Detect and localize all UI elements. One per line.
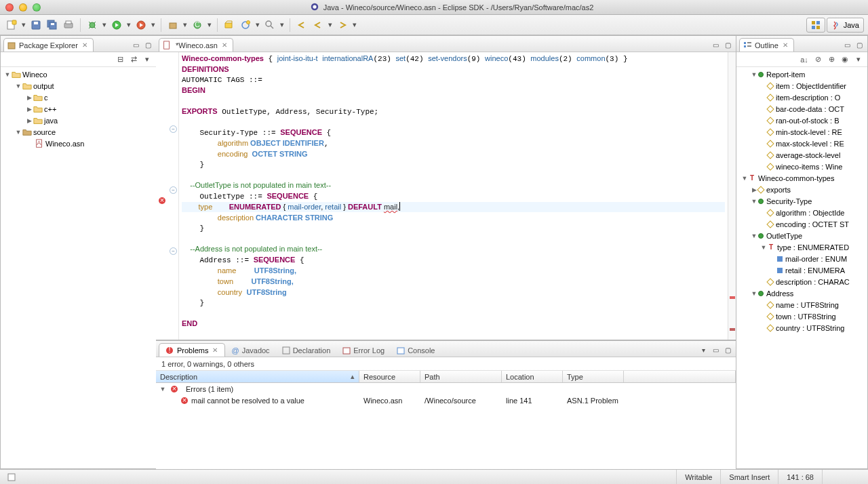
editor-gutter[interactable]: − − × − <box>156 52 179 340</box>
maximize-pane-icon[interactable]: ▢ <box>722 344 733 355</box>
errorlog-tab[interactable]: Error Log <box>336 343 391 357</box>
outline-item[interactable]: wineco-items : Wine <box>736 161 867 172</box>
problem-row[interactable]: × mail cannot be resolved to a value Win… <box>156 395 736 406</box>
disclosure-collapsed-icon[interactable]: ▶ <box>25 94 33 102</box>
new-dropdown[interactable]: ▾ <box>20 20 27 29</box>
overview-ruler[interactable] <box>728 52 736 340</box>
new-package-dropdown[interactable]: ▾ <box>182 20 189 29</box>
close-window-button[interactable] <box>5 3 14 12</box>
save-button[interactable] <box>28 18 43 33</box>
disclosure-expanded-icon[interactable]: ▼ <box>750 197 758 205</box>
code-area[interactable]: Wineco-common-types { joint-iso-itu-t in… <box>179 52 728 340</box>
outline-item[interactable]: ▼Report-item <box>736 68 867 80</box>
col-location[interactable]: Location <box>502 371 563 382</box>
maximize-pane-icon[interactable]: ▢ <box>722 39 733 50</box>
outline-item[interactable]: mail-order : ENUM <box>736 253 867 264</box>
java-perspective-button[interactable]: Java <box>827 18 864 33</box>
external-tools-dropdown[interactable]: ▾ <box>150 20 157 29</box>
sort-icon[interactable]: a↓ <box>798 54 810 66</box>
outline-item[interactable]: name : UTF8String <box>736 299 867 310</box>
outline-tab[interactable]: Outline ✕ <box>739 38 794 52</box>
outline-item[interactable]: ▼Ttype : ENUMERATED <box>736 241 867 253</box>
search-button[interactable] <box>262 18 277 33</box>
col-description[interactable]: Description▴ <box>156 371 359 382</box>
disclosure-expanded-icon[interactable]: ▼ <box>750 289 758 298</box>
filter-icon[interactable]: ⊘ <box>812 54 824 66</box>
debug-button[interactable] <box>85 18 100 33</box>
collapse-all-icon[interactable]: ⊟ <box>114 54 126 66</box>
outline-item[interactable]: retail : ENUMERA <box>736 264 867 276</box>
print-button[interactable] <box>61 18 76 33</box>
view-menu-icon[interactable]: ▾ <box>698 344 709 355</box>
external-tools-button[interactable] <box>134 18 149 33</box>
tree-java-folder[interactable]: ▶ java <box>1 115 156 126</box>
close-icon[interactable]: ✕ <box>211 346 219 354</box>
fold-marker-icon[interactable]: − <box>170 247 177 255</box>
status-icon[interactable] <box>5 471 18 483</box>
disclosure-expanded-icon[interactable]: ▼ <box>741 174 749 182</box>
minimize-pane-icon[interactable]: ▭ <box>130 39 141 50</box>
open-task-button[interactable] <box>238 18 253 33</box>
new-class-dropdown[interactable]: ▾ <box>206 20 213 29</box>
disclosure-collapsed-icon[interactable]: ▶ <box>25 117 33 125</box>
problems-tab[interactable]: ! Problems ✕ <box>159 343 225 357</box>
close-icon[interactable]: ✕ <box>220 41 229 49</box>
overview-error-mark[interactable] <box>730 328 735 331</box>
errors-group-row[interactable]: ▼ × Errors (1 item) <box>156 383 736 395</box>
declaration-tab[interactable]: Declaration <box>276 343 337 357</box>
search-dropdown[interactable]: ▾ <box>279 20 285 29</box>
col-resource[interactable]: Resource <box>359 371 420 382</box>
editor-tab-wineco[interactable]: *Wineco.asn ✕ <box>159 38 233 52</box>
run-button[interactable] <box>109 18 124 33</box>
disclosure-expanded-icon[interactable]: ▼ <box>14 128 22 136</box>
outline-item[interactable]: country : UTF8String <box>736 322 867 334</box>
hide-icon[interactable]: ⊕ <box>825 54 837 66</box>
disclosure-expanded-icon[interactable]: ▼ <box>750 232 758 240</box>
outline-item[interactable]: ▼TWineco-common-types <box>736 172 867 184</box>
minimize-pane-icon[interactable]: ▭ <box>710 39 721 50</box>
disclosure-collapsed-icon[interactable]: ▶ <box>25 105 33 113</box>
open-perspective-button[interactable] <box>806 18 825 33</box>
minimize-window-button[interactable] <box>19 3 27 12</box>
new-button[interactable] <box>4 18 19 33</box>
link-editor-icon[interactable]: ⇄ <box>127 54 140 66</box>
run-dropdown[interactable]: ▾ <box>125 20 132 29</box>
tree-source-folder[interactable]: ▼ source <box>1 126 156 138</box>
outline-item[interactable]: ran-out-of-stock : B <box>736 115 867 126</box>
outline-item[interactable]: encoding : OCTET ST <box>736 218 867 230</box>
col-type[interactable]: Type <box>563 371 624 382</box>
fold-marker-icon[interactable]: − <box>170 125 177 133</box>
outline-item[interactable]: item-description : O <box>736 92 867 103</box>
zoom-window-button[interactable] <box>33 3 41 12</box>
disclosure-expanded-icon[interactable]: ▼ <box>14 82 22 90</box>
disclosure-expanded-icon[interactable]: ▼ <box>159 385 167 393</box>
minimize-pane-icon[interactable]: ▭ <box>842 39 852 50</box>
outline-item[interactable]: max-stock-level : RE <box>736 138 867 149</box>
tree-c-folder[interactable]: ▶ c <box>1 92 156 103</box>
editor-body[interactable]: − − × − Wineco-common-types { joint-iso-… <box>156 52 736 340</box>
forward-dropdown[interactable]: ▾ <box>351 20 358 29</box>
back-dropdown[interactable]: ▾ <box>327 20 334 29</box>
maximize-pane-icon[interactable]: ▢ <box>142 39 153 50</box>
outline-item[interactable]: ▶exports <box>736 184 867 195</box>
disclosure-expanded-icon[interactable]: ▼ <box>760 243 768 251</box>
console-tab[interactable]: Console <box>391 343 441 357</box>
overview-error-mark[interactable] <box>730 296 735 299</box>
open-type-button[interactable] <box>222 18 237 33</box>
outline-item[interactable]: item : ObjectIdentifier <box>736 80 867 92</box>
disclosure-expanded-icon[interactable]: ▼ <box>750 70 758 79</box>
tree-project[interactable]: ▼ Wineco <box>1 68 156 80</box>
close-icon[interactable]: ✕ <box>81 41 89 49</box>
new-package-button[interactable] <box>165 18 180 33</box>
outline-item[interactable]: min-stock-level : RE <box>736 126 867 138</box>
tree-file-wineco-asn[interactable]: A Wineco.asn <box>1 138 156 149</box>
col-path[interactable]: Path <box>420 371 502 382</box>
close-icon[interactable]: ✕ <box>781 41 789 49</box>
focus-icon[interactable]: ◉ <box>839 54 851 66</box>
minimize-pane-icon[interactable]: ▭ <box>710 344 721 355</box>
error-marker-icon[interactable]: × <box>157 196 167 205</box>
view-menu-icon[interactable]: ▾ <box>852 54 865 66</box>
outline-item[interactable]: ▼OutletType <box>736 230 867 241</box>
outline-item[interactable]: algorithm : ObjectIde <box>736 207 867 218</box>
tree-cpp-folder[interactable]: ▶ c++ <box>1 103 156 115</box>
